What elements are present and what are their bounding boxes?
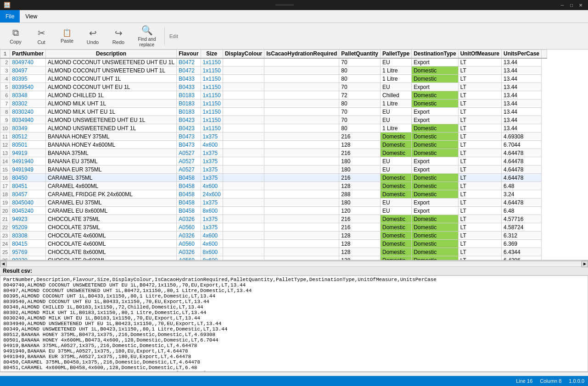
paste-button[interactable]: 📋 Paste: [55, 25, 79, 48]
row-num-cell: 14: [0, 157, 10, 165]
csv-line: 80451,CARAMEL 4x600ML,B0458,4x600,,128,D…: [3, 365, 585, 370]
col-pallet-qty[interactable]: PalletQuantity: [339, 50, 381, 58]
table-cell: ALMOND MILK UHT 1L: [45, 99, 176, 108]
table-cell: LT: [458, 141, 501, 149]
table-cell: [223, 232, 264, 240]
table-cell: Domestic: [412, 132, 458, 141]
copy-icon: ⧉: [12, 28, 19, 38]
table-cell: [223, 116, 264, 124]
table-cell: CHOCOLATE 375ML: [45, 223, 176, 232]
close-button[interactable]: ✕: [577, 1, 584, 9]
col-uom[interactable]: UnitOfMeasure: [458, 50, 501, 58]
col-flavour[interactable]: Flavour: [177, 50, 201, 58]
minimize-button[interactable]: ─: [559, 1, 566, 9]
table-cell: Domestic: [412, 99, 458, 108]
table-cell: 1 Litre: [381, 124, 412, 132]
table-cell: [223, 58, 264, 66]
table-cell: 1x375: [201, 165, 223, 174]
table-cell: Domestic: [412, 240, 458, 248]
table-cell: [264, 58, 339, 66]
table-cell: 8030240: [10, 108, 46, 116]
find-replace-button[interactable]: 🔍 Find and replace: [132, 25, 162, 48]
col-description[interactable]: Description: [45, 50, 176, 58]
row-num-cell: 23: [0, 232, 10, 240]
scroll-right-btn[interactable]: ▶: [582, 261, 588, 267]
h-scroll-track[interactable]: [6, 261, 582, 267]
table-row: 1680450CARAMEL 375MLB04581x375216Domesti…: [0, 174, 547, 182]
table-cell: [264, 207, 339, 215]
row-num-cell: 2: [0, 58, 10, 66]
menu-file[interactable]: File: [0, 10, 20, 22]
row-num-cell: 19: [0, 199, 10, 207]
table-cell: 4x600: [201, 232, 223, 240]
table-cell: LT: [458, 157, 501, 165]
table-cell: [264, 75, 339, 83]
row-num-cell: 11: [0, 132, 10, 141]
scroll-left-btn[interactable]: ◀: [0, 261, 6, 267]
table-cell: 80451: [10, 182, 46, 190]
table-cell: 94919: [10, 149, 46, 157]
table-cell: 4x600: [201, 240, 223, 248]
table-cell: BANANA 375ML: [45, 149, 176, 157]
table-cell: [223, 207, 264, 215]
table-cell: Export: [412, 157, 458, 165]
col-pallet-type[interactable]: PalletType: [381, 50, 412, 58]
table-cell: [264, 174, 339, 182]
table-cell: 180: [339, 165, 381, 174]
table-cell: ALMOND CHILLED 1L: [45, 91, 176, 99]
table-cell: 1x375: [201, 223, 223, 232]
table-cell: [223, 141, 264, 149]
table-cell: 1x1150: [201, 91, 223, 99]
table-cell: [264, 256, 339, 261]
table-cell: 9491940: [10, 157, 46, 165]
table-cell: Chilled: [381, 91, 412, 99]
table-cell: 8x600: [201, 207, 223, 215]
table-cell: Export: [412, 58, 458, 66]
table-cell: 80: [339, 66, 381, 75]
row-num-cell: 10: [0, 124, 10, 132]
redo-button[interactable]: ↪ Redo: [106, 25, 130, 48]
horizontal-scroll[interactable]: ◀ ▶: [0, 260, 588, 267]
table-cell: 4.69308: [501, 132, 541, 141]
table-cell: CARAMEL FRIDGE PK 24x600ML: [45, 190, 176, 199]
csv-line: 80501,BANANA HONEY 4x600ML,B0473,4x600,,…: [3, 337, 585, 343]
col-upc[interactable]: UnitsPerCase: [501, 50, 541, 58]
table-cell: LT: [458, 132, 501, 141]
table-cell: 13.44: [501, 108, 541, 116]
title-bar: 🪟 ─ □ ✕: [0, 0, 588, 10]
undo-button[interactable]: ↩ Undo: [81, 25, 105, 48]
table-cell: ALMOND COCONUT UHT EU 1L: [45, 83, 176, 91]
menu-view[interactable]: View: [20, 10, 43, 22]
table-cell: B0183: [177, 91, 201, 99]
col-size[interactable]: Size: [201, 50, 223, 58]
table-cell: 1x1150: [201, 66, 223, 75]
result-csv-content[interactable]: PartNumber,Description,Flavour,Size,Disp…: [0, 276, 588, 372]
table-cell: 1x1150: [201, 99, 223, 108]
data-table-container[interactable]: 1 PartNumber Description Flavour Size Di…: [0, 50, 588, 260]
table-cell: 70: [339, 58, 381, 66]
col-dest-type[interactable]: DestinationType: [412, 50, 458, 58]
paste-icon: 📋: [62, 28, 72, 37]
table-cell: EU: [381, 207, 412, 215]
table-row: 680348ALMOND CHILLED 1LB01831x115072Chil…: [0, 91, 547, 99]
table-cell: 80415: [10, 240, 46, 248]
table-cell: 1x375: [201, 157, 223, 165]
row-num-cell: 21: [0, 215, 10, 223]
table-cell: 1x375: [201, 174, 223, 182]
table-cell: Domestic: [381, 256, 412, 261]
table-cell: 13.44: [501, 58, 541, 66]
col-display-colour[interactable]: DisplayColour: [223, 50, 264, 58]
cut-button[interactable]: ✂ Cut: [29, 25, 53, 48]
csv-line: 80395,ALMOND COCONUT UHT 1L,B0433,1x1150…: [3, 293, 585, 299]
table-cell: 180: [339, 157, 381, 165]
maximize-button[interactable]: □: [568, 1, 575, 9]
table-cell: LT: [458, 58, 501, 66]
row-num-cell: 4: [0, 75, 10, 83]
title-bar-center: [275, 4, 294, 6]
col-part-number[interactable]: PartNumber: [10, 50, 46, 58]
table-cell: 8045040: [10, 199, 46, 207]
csv-line: PartNumber,Description,Flavour,Size,Disp…: [3, 277, 585, 282]
table-cell: B0433: [177, 75, 201, 83]
copy-button[interactable]: ⧉ Copy: [4, 25, 28, 48]
col-cacao[interactable]: IsCacaoHydrationRequired: [264, 50, 339, 58]
